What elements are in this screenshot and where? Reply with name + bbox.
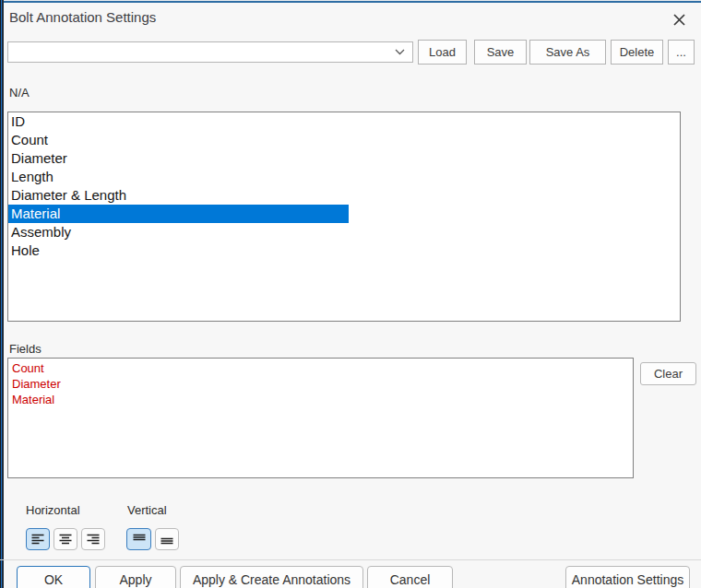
list-item[interactable]: Diameter <box>8 149 680 168</box>
bottom-separator <box>0 559 701 560</box>
annotation-type-list: ID Count Diameter Length Diameter & Leng… <box>7 112 681 322</box>
dialog-top-border <box>0 0 701 3</box>
dialog-left-border <box>0 0 4 588</box>
list-item[interactable]: Diameter & Length <box>8 186 680 205</box>
delete-button[interactable]: Delete <box>611 40 663 65</box>
list-item[interactable]: Length <box>8 168 680 186</box>
apply-create-annotations-button[interactable]: Apply & Create Annotations <box>180 566 363 588</box>
align-bottom-button[interactable] <box>155 528 179 550</box>
close-button[interactable] <box>666 7 692 31</box>
horizontal-label: Horizontal <box>26 503 80 517</box>
list-item[interactable]: Count <box>8 131 680 149</box>
align-left-button[interactable] <box>26 528 50 550</box>
align-center-button[interactable] <box>53 528 77 550</box>
annotation-settings-button[interactable]: Annotation Settings <box>565 566 690 588</box>
align-top-icon <box>133 534 146 545</box>
save-as-button[interactable]: Save As <box>529 40 606 65</box>
chevron-down-icon <box>395 49 405 55</box>
save-button[interactable]: Save <box>474 40 527 65</box>
align-top-button[interactable] <box>126 528 151 550</box>
field-item[interactable]: Diameter <box>8 376 633 392</box>
bolt-annotation-settings-dialog: Bolt Annotation Settings Load Save Save … <box>0 0 701 588</box>
vertical-label: Vertical <box>127 503 167 517</box>
close-icon <box>672 13 686 27</box>
apply-button[interactable]: Apply <box>95 566 176 588</box>
preset-combobox[interactable] <box>7 41 413 63</box>
list-item[interactable]: Assembly <box>8 223 680 241</box>
align-left-icon <box>31 534 44 545</box>
more-button[interactable]: ... <box>668 40 695 65</box>
align-bottom-icon <box>160 534 173 545</box>
fields-label: Fields <box>9 342 42 356</box>
ok-button[interactable]: OK <box>17 566 90 588</box>
cancel-button[interactable]: Cancel <box>367 566 453 588</box>
clear-button[interactable]: Clear <box>640 362 696 385</box>
list-item[interactable]: Hole <box>8 241 680 260</box>
fields-list: Count Diameter Material <box>7 358 634 478</box>
dialog-title: Bolt Annotation Settings <box>9 9 156 25</box>
annotation-type-label: N/A <box>9 86 30 100</box>
list-item-selected[interactable]: Material <box>8 205 349 223</box>
align-right-button[interactable] <box>81 528 105 550</box>
load-button[interactable]: Load <box>418 40 467 65</box>
align-right-icon <box>87 534 100 545</box>
list-item[interactable]: ID <box>8 112 680 131</box>
align-center-icon <box>59 534 72 545</box>
field-item[interactable]: Count <box>8 360 633 376</box>
field-item[interactable]: Material <box>8 392 633 407</box>
